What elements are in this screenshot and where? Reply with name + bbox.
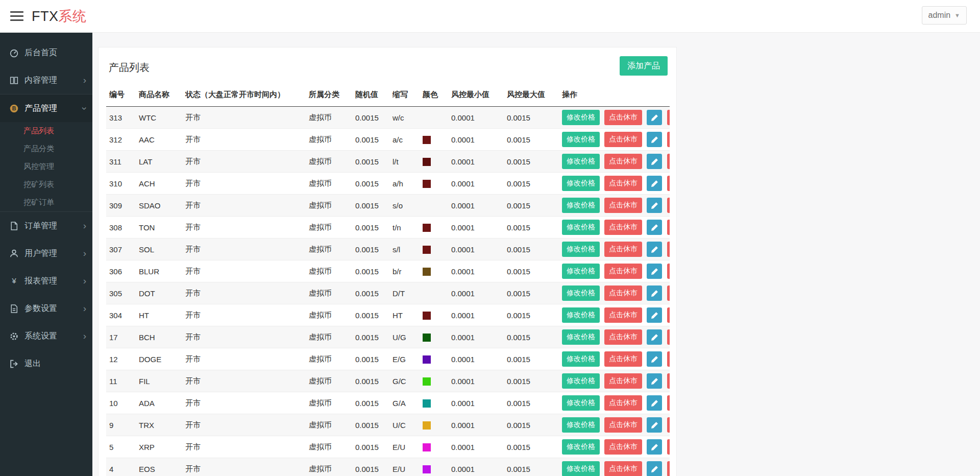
sidebar-item-logout[interactable]: 退出: [0, 350, 92, 377]
edit-button[interactable]: [647, 329, 662, 345]
cell-random: 0.0015: [352, 173, 389, 195]
close-market-button[interactable]: 点击休市: [604, 373, 642, 389]
edit-button[interactable]: [647, 264, 662, 279]
close-market-button[interactable]: 点击休市: [604, 264, 642, 279]
sidebar-item-parameters[interactable]: 参数设置 ›: [0, 295, 92, 322]
close-market-button[interactable]: 点击休市: [604, 285, 642, 301]
close-market-button[interactable]: 点击休市: [604, 110, 642, 125]
pencil-icon: [651, 114, 658, 122]
delete-button[interactable]: [667, 285, 670, 301]
cell-color: [420, 107, 448, 129]
sidebar-item-orders[interactable]: 订单管理 ›: [0, 212, 92, 240]
close-market-button[interactable]: 点击休市: [604, 176, 642, 191]
modify-price-button[interactable]: 修改价格: [562, 242, 600, 257]
user-dropdown[interactable]: admin ▼: [922, 6, 967, 25]
cell-status: 开市: [182, 370, 306, 392]
modify-price-button[interactable]: 修改价格: [562, 329, 600, 345]
delete-button[interactable]: [667, 242, 670, 257]
close-market-button[interactable]: 点击休市: [604, 395, 642, 411]
modify-price-button[interactable]: 修改价格: [562, 264, 600, 279]
sidebar-item-label: 退出: [24, 359, 41, 369]
delete-button[interactable]: [667, 110, 670, 125]
modify-price-button[interactable]: 修改价格: [562, 132, 600, 147]
delete-button[interactable]: [667, 329, 670, 345]
sidebar-sub-risk-management[interactable]: 风控管理: [0, 158, 92, 176]
sidebar-item-content[interactable]: 内容管理 ›: [0, 66, 92, 94]
delete-button[interactable]: [667, 264, 670, 279]
delete-button[interactable]: [667, 395, 670, 411]
modify-price-button[interactable]: 修改价格: [562, 439, 600, 455]
modify-price-button[interactable]: 修改价格: [562, 198, 600, 213]
edit-button[interactable]: [647, 132, 662, 147]
delete-button[interactable]: [667, 176, 670, 191]
modify-price-button[interactable]: 修改价格: [562, 351, 600, 367]
delete-button[interactable]: [667, 439, 670, 455]
close-market-button[interactable]: 点击休市: [604, 351, 642, 367]
cell-status: 开市: [182, 282, 306, 304]
modify-price-button[interactable]: 修改价格: [562, 461, 600, 476]
cell-actions: 修改价格 点击休市: [559, 173, 670, 195]
delete-button[interactable]: [667, 132, 670, 147]
edit-button[interactable]: [647, 373, 662, 389]
delete-button[interactable]: [667, 307, 670, 323]
sidebar-item-products[interactable]: B 产品管理 ›: [0, 94, 92, 122]
close-market-button[interactable]: 点击休市: [604, 461, 642, 476]
sidebar-item-reports[interactable]: ¥ 报表管理 ›: [0, 267, 92, 295]
sidebar-item-dashboard[interactable]: 后台首页: [0, 39, 92, 66]
edit-button[interactable]: [647, 307, 662, 323]
modify-price-button[interactable]: 修改价格: [562, 220, 600, 235]
submenu-label: 产品列表: [23, 126, 54, 136]
edit-button[interactable]: [647, 351, 662, 367]
close-market-button[interactable]: 点击休市: [604, 242, 642, 257]
edit-button[interactable]: [647, 110, 662, 125]
close-market-button[interactable]: 点击休市: [604, 329, 642, 345]
modify-price-button[interactable]: 修改价格: [562, 110, 600, 125]
edit-button[interactable]: [647, 461, 662, 476]
close-market-button[interactable]: 点击休市: [604, 220, 642, 235]
modify-price-button[interactable]: 修改价格: [562, 395, 600, 411]
product-table: 编号 商品名称 状态（大盘正常开市时间内） 所属分类 随机值 缩写 颜色 风控最…: [106, 84, 670, 476]
edit-button[interactable]: [647, 395, 662, 411]
delete-button[interactable]: [667, 417, 670, 433]
add-product-button[interactable]: 添加产品: [620, 56, 668, 76]
edit-button[interactable]: [647, 176, 662, 191]
sidebar-sub-mining-orders[interactable]: 挖矿订单: [0, 194, 92, 211]
hamburger-menu-icon[interactable]: [10, 11, 23, 21]
edit-button[interactable]: [647, 417, 662, 433]
edit-button[interactable]: [647, 220, 662, 235]
modify-price-button[interactable]: 修改价格: [562, 373, 600, 389]
delete-button[interactable]: [667, 461, 670, 476]
sidebar-sub-product-category[interactable]: 产品分类: [0, 140, 92, 158]
close-market-button[interactable]: 点击休市: [604, 439, 642, 455]
brand-text-red: 系统: [59, 9, 87, 24]
cell-name: LAT: [136, 151, 182, 173]
delete-button[interactable]: [667, 154, 670, 169]
modify-price-button[interactable]: 修改价格: [562, 417, 600, 433]
sidebar-item-system[interactable]: 系统设置 ›: [0, 322, 92, 350]
edit-button[interactable]: [647, 154, 662, 169]
edit-button[interactable]: [647, 285, 662, 301]
edit-button[interactable]: [647, 242, 662, 257]
cell-color: [420, 173, 448, 195]
delete-button[interactable]: [667, 198, 670, 213]
close-market-button[interactable]: 点击休市: [604, 132, 642, 147]
modify-price-button[interactable]: 修改价格: [562, 154, 600, 169]
edit-button[interactable]: [647, 198, 662, 213]
close-market-button[interactable]: 点击休市: [604, 198, 642, 213]
sidebar-sub-product-list[interactable]: 产品列表: [0, 122, 92, 140]
modify-price-button[interactable]: 修改价格: [562, 307, 600, 323]
delete-button[interactable]: [667, 220, 670, 235]
cell-id: 4: [106, 458, 136, 476]
close-market-button[interactable]: 点击休市: [604, 417, 642, 433]
modify-price-button[interactable]: 修改价格: [562, 285, 600, 301]
edit-button[interactable]: [647, 439, 662, 455]
sidebar-item-users[interactable]: 用户管理 ›: [0, 240, 92, 267]
close-market-button[interactable]: 点击休市: [604, 154, 642, 169]
cell-risk-min: 0.0001: [448, 239, 504, 260]
modify-price-button[interactable]: 修改价格: [562, 176, 600, 191]
sidebar-sub-mining-list[interactable]: 挖矿列表: [0, 176, 92, 194]
delete-button[interactable]: [667, 351, 670, 367]
close-market-button[interactable]: 点击休市: [604, 307, 642, 323]
cell-risk-max: 0.0015: [504, 326, 559, 348]
delete-button[interactable]: [667, 373, 670, 389]
